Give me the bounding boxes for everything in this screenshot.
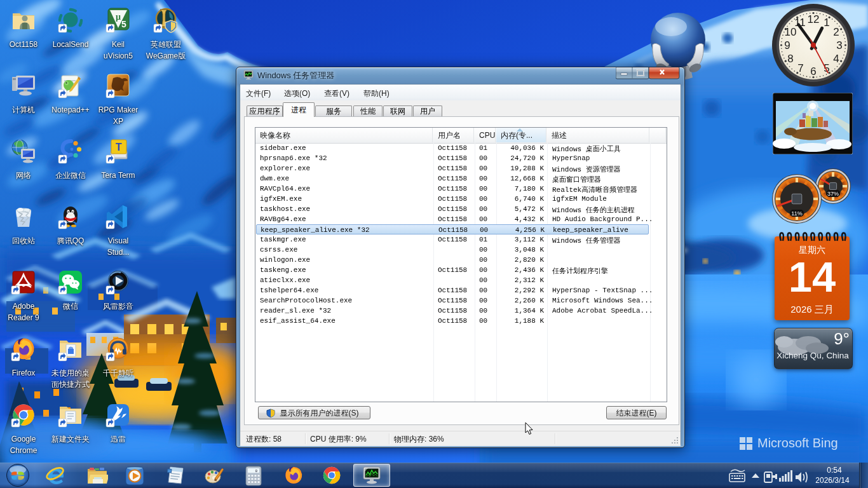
svg-text:T: T <box>116 142 122 152</box>
svg-text:5: 5 <box>121 19 126 29</box>
svg-text:0: 0 <box>255 469 257 473</box>
svg-text:µ: µ <box>116 12 121 22</box>
